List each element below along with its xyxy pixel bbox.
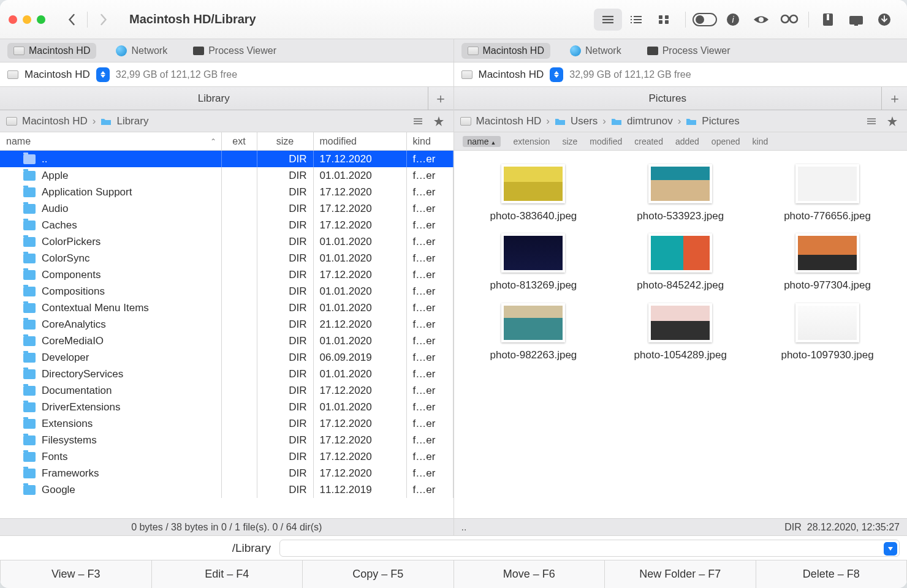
new-tab-left[interactable]: ＋ <box>428 87 454 110</box>
breadcrumb-segment[interactable]: Library <box>116 115 148 127</box>
table-row[interactable]: Documentation DIR 17.12.2020 f…er <box>0 382 454 399</box>
grid-item[interactable]: photo-533923.jpeg <box>619 164 742 222</box>
table-row[interactable]: .. DIR 17.12.2020 f…er <box>0 151 454 167</box>
sort-column-modified[interactable]: modified <box>590 137 622 146</box>
new-tab-right[interactable]: ＋ <box>881 87 907 110</box>
sort-column-name[interactable]: name▲ <box>463 136 501 147</box>
download-button[interactable] <box>870 9 898 31</box>
tab-left[interactable]: Library <box>0 87 428 110</box>
table-row[interactable]: Apple DIR 01.01.2020 f…er <box>0 167 454 184</box>
favorite-item[interactable]: Macintosh HD <box>461 43 550 59</box>
grid-item[interactable]: photo-383640.jpeg <box>472 164 594 222</box>
table-row[interactable]: Filesystems DIR 17.12.2020 f…er <box>0 432 454 448</box>
fkey-button[interactable]: Delete – F8 <box>756 560 908 588</box>
folder-icon <box>23 303 36 313</box>
header-ext[interactable]: ext <box>222 132 257 150</box>
thumbnail-icon <box>648 303 712 342</box>
share-button[interactable] <box>842 9 870 31</box>
mini-list-icon[interactable] <box>863 114 880 129</box>
back-button[interactable] <box>60 10 82 29</box>
table-row[interactable]: Components DIR 17.12.2020 f…er <box>0 266 454 283</box>
monitor-icon <box>647 47 658 55</box>
quicklook-button[interactable] <box>747 9 775 31</box>
thumbnail-icon <box>501 233 565 273</box>
sort-column-created[interactable]: created <box>634 137 663 146</box>
table-row[interactable]: Contextual Menu Items DIR 01.01.2020 f…e… <box>0 300 454 316</box>
sort-column-extension[interactable]: extension <box>513 137 550 146</box>
grid-item[interactable]: photo-1054289.jpeg <box>619 303 742 361</box>
favorite-item[interactable]: Process Viewer <box>187 43 283 59</box>
table-row[interactable]: Fonts DIR 17.12.2020 f…er <box>0 448 454 465</box>
columns-view-button[interactable] <box>622 9 650 31</box>
sort-column-size[interactable]: size <box>562 137 577 146</box>
fkey-button[interactable]: Copy – F5 <box>303 560 454 588</box>
grid-item[interactable]: photo-776656.jpeg <box>766 164 889 222</box>
table-row[interactable]: ColorSync DIR 01.01.2020 f…er <box>0 250 454 266</box>
table-row[interactable]: Google DIR 11.12.2019 f…er <box>0 481 454 498</box>
command-dropdown[interactable] <box>884 542 897 556</box>
breadcrumb-segment[interactable]: Macintosh HD <box>476 115 542 127</box>
table-row[interactable]: CoreMediaIO DIR 01.01.2020 f…er <box>0 333 454 349</box>
grid-item[interactable]: photo-1097930.jpeg <box>766 303 889 361</box>
volume-dropdown[interactable] <box>550 67 563 82</box>
fkey-button[interactable]: New Folder – F7 <box>605 560 756 588</box>
drive-icon <box>13 47 25 55</box>
fkey-button[interactable]: Move – F6 <box>454 560 605 588</box>
table-row[interactable]: DriverExtensions DIR 01.01.2020 f…er <box>0 399 454 415</box>
forward-button[interactable] <box>93 10 115 29</box>
icon-grid-right[interactable]: photo-383640.jpeg photo-533923.jpeg phot… <box>454 151 908 518</box>
favorite-star-icon[interactable] <box>430 114 447 129</box>
command-input[interactable] <box>279 540 900 557</box>
close-icon[interactable] <box>9 15 17 24</box>
icons-view-button[interactable] <box>650 9 678 31</box>
volume-dropdown[interactable] <box>96 67 110 82</box>
list-view-button[interactable] <box>594 9 622 31</box>
favorite-item[interactable]: Network <box>110 43 173 59</box>
info-button[interactable]: i <box>719 9 747 31</box>
table-row[interactable]: Extensions DIR 17.12.2020 f…er <box>0 415 454 432</box>
zoom-icon[interactable] <box>37 15 45 24</box>
minimize-icon[interactable] <box>23 15 31 24</box>
thumbnail-icon <box>501 303 565 342</box>
grid-item[interactable]: photo-845242.jpeg <box>619 233 742 292</box>
table-row[interactable]: Developer DIR 06.09.2019 f…er <box>0 349 454 366</box>
table-row[interactable]: ColorPickers DIR 01.01.2020 f…er <box>0 233 454 250</box>
hidden-toggle-button[interactable] <box>691 9 719 31</box>
breadcrumb-segment[interactable]: Macintosh HD <box>22 115 88 127</box>
favorite-item[interactable]: Macintosh HD <box>7 43 96 59</box>
fkey-button[interactable]: View – F3 <box>0 560 152 588</box>
search-button[interactable] <box>775 9 803 31</box>
favorite-item[interactable]: Process Viewer <box>641 43 737 59</box>
sort-column-kind[interactable]: kind <box>753 137 768 146</box>
grid-item[interactable]: photo-977304.jpeg <box>766 233 889 292</box>
table-row[interactable]: CoreAnalytics DIR 21.12.2020 f…er <box>0 316 454 333</box>
table-row[interactable]: Application Support DIR 17.12.2020 f…er <box>0 184 454 200</box>
archive-button[interactable] <box>814 9 842 31</box>
favorite-star-icon[interactable] <box>884 114 901 129</box>
grid-item[interactable]: photo-982263.jpeg <box>472 303 594 361</box>
grid-item[interactable]: photo-813269.jpeg <box>472 233 594 292</box>
header-name[interactable]: name⌃ <box>0 132 222 150</box>
fkey-button[interactable]: Edit – F4 <box>152 560 303 588</box>
mini-list-icon[interactable] <box>409 114 427 129</box>
favorite-item[interactable]: Network <box>564 43 628 59</box>
table-row[interactable]: Compositions DIR 01.01.2020 f…er <box>0 283 454 300</box>
breadcrumb-segment[interactable]: Pictures <box>702 115 739 127</box>
sort-column-added[interactable]: added <box>675 137 699 146</box>
table-row[interactable]: Frameworks DIR 17.12.2020 f…er <box>0 465 454 481</box>
folder-icon <box>23 204 36 214</box>
header-modified[interactable]: modified <box>314 132 407 150</box>
svg-rect-9 <box>659 15 662 19</box>
drive-icon <box>460 117 471 126</box>
header-size[interactable]: size <box>257 132 314 150</box>
table-row[interactable]: Audio DIR 17.12.2020 f…er <box>0 200 454 217</box>
table-row[interactable]: Caches DIR 17.12.2020 f…er <box>0 217 454 233</box>
tab-right[interactable]: Pictures <box>454 87 882 110</box>
header-kind[interactable]: kind <box>407 132 454 150</box>
sort-column-opened[interactable]: opened <box>712 137 740 146</box>
folder-icon <box>23 419 36 429</box>
breadcrumb-segment[interactable]: Users <box>571 115 598 127</box>
breadcrumb-segment[interactable]: dimtrunov <box>627 115 673 127</box>
table-row[interactable]: DirectoryServices DIR 01.01.2020 f…er <box>0 366 454 382</box>
file-list-left[interactable]: .. DIR 17.12.2020 f…er Apple DIR 01.01.2… <box>0 151 454 518</box>
